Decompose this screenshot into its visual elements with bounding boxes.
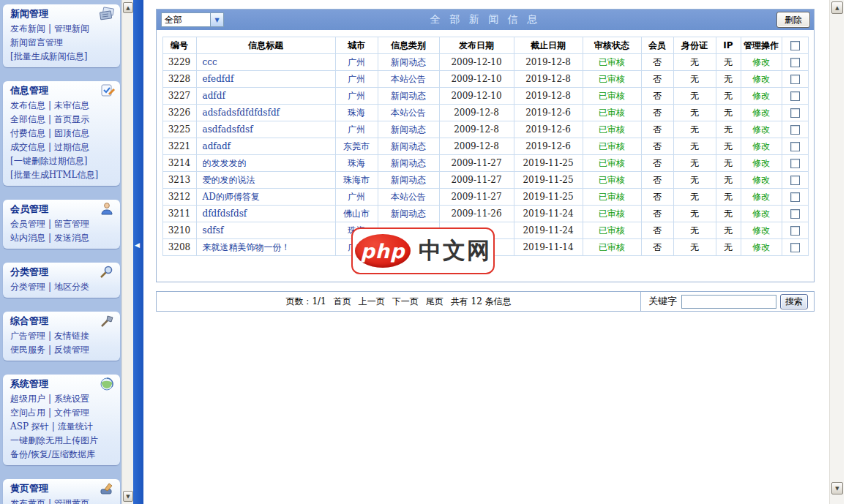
sidebar-link[interactable]: 发布信息 [10, 100, 45, 110]
scroll-up-icon[interactable]: ▲ [831, 1, 843, 14]
pager-link[interactable]: 首页 [334, 296, 351, 308]
row-checkbox[interactable] [790, 226, 800, 236]
sidebar-link[interactable]: 空间占用 [10, 407, 45, 418]
scroll-up-icon[interactable]: ▲ [123, 2, 133, 13]
modify-link[interactable]: 修改 [752, 74, 770, 84]
collapse-left-icon[interactable]: ◀ [135, 241, 140, 249]
sidebar-link[interactable]: 首页显示 [54, 114, 89, 124]
sidebar-link[interactable]: 站内消息 [10, 233, 45, 243]
pager-link[interactable]: 上一页 [359, 296, 385, 308]
cell-action: 修改 [741, 155, 782, 172]
sidebar-link[interactable]: 成交信息 [10, 142, 45, 152]
modify-link[interactable]: 修改 [752, 141, 770, 151]
sidebar-link[interactable]: 广告管理 [10, 331, 45, 341]
cell-title: 的发发发的 [196, 155, 335, 172]
row-checkbox[interactable] [790, 243, 800, 252]
sidebar-link[interactable]: 流量统计 [58, 421, 93, 432]
chevron-down-icon[interactable]: ▼ [211, 12, 224, 27]
sidebar-link[interactable]: 备份/恢复/压缩数据库 [10, 449, 95, 459]
cell-title: adfdf [196, 88, 335, 105]
sidebar-link[interactable]: 留言管理 [54, 219, 89, 229]
search-button[interactable]: 搜索 [780, 294, 808, 309]
sidebar-link[interactable]: 地区分类 [54, 282, 89, 292]
sidebar-collapse-bar[interactable]: ◀ [133, 0, 143, 504]
row-checkbox[interactable] [790, 192, 800, 202]
news-title-link[interactable]: 来就送精美饰物一份！ [203, 242, 291, 252]
cell-id_card: 无 [673, 121, 716, 138]
news-title-link[interactable]: adfdf [203, 91, 225, 101]
keyword-input[interactable] [681, 295, 776, 309]
sidebar-link[interactable]: 过期信息 [54, 142, 89, 152]
modify-link[interactable]: 修改 [752, 57, 770, 67]
scroll-down-icon[interactable]: ▼ [123, 491, 133, 502]
sidebar-link[interactable]: 文件管理 [54, 407, 89, 418]
news-title-link[interactable]: adfadf [203, 141, 231, 151]
category-select[interactable]: 全部 ▼ [161, 12, 224, 27]
sidebar-link[interactable]: 系统设置 [54, 394, 89, 404]
delete-button[interactable]: 删除 [776, 12, 810, 28]
sidebar-link[interactable]: 反馈管理 [54, 345, 89, 355]
sidebar-link[interactable]: 付费信息 [10, 128, 45, 138]
main-scrollbar[interactable]: ▲ ▼ [829, 0, 844, 504]
sidebar-item-row: [批量生成HTML信息] [3, 168, 120, 182]
sidebar-link[interactable]: 未审信息 [54, 100, 89, 110]
sidebar-link[interactable]: 全部信息 [10, 114, 45, 124]
row-checkbox[interactable] [790, 108, 800, 118]
row-checkbox[interactable] [790, 75, 800, 84]
row-checkbox[interactable] [790, 125, 800, 135]
select-all-checkbox[interactable] [790, 41, 800, 50]
sidebar-link[interactable]: 便民服务 [10, 345, 45, 355]
category-select-value[interactable]: 全部 [161, 12, 211, 27]
sidebar-link[interactable]: 超级用户 [10, 394, 45, 404]
sidebar-link[interactable]: 管理新闻 [54, 23, 89, 34]
row-checkbox[interactable] [790, 176, 800, 185]
sidebar-link[interactable]: [一键删除过期信息] [10, 156, 87, 166]
row-checkbox[interactable] [790, 142, 800, 151]
modify-link[interactable]: 修改 [752, 124, 770, 135]
sidebar-link[interactable]: 一键删除无用上传图片 [10, 435, 98, 445]
sidebar-link[interactable]: 分类管理 [10, 282, 45, 292]
sidebar-link[interactable]: ASP 探针 [10, 421, 49, 432]
modify-link[interactable]: 修改 [752, 108, 770, 118]
news-title-link[interactable]: adsfadsfdfdfdsfdf [203, 108, 280, 118]
sidebar-link[interactable]: 管理黄页 [54, 498, 89, 504]
cell-id: 3228 [162, 71, 196, 88]
news-title-link[interactable]: dfdfdsfdsf [203, 208, 247, 219]
news-title-link[interactable]: 的发发发的 [203, 158, 247, 168]
column-header: 会员 [641, 37, 673, 54]
sidebar-link[interactable]: 友情链接 [54, 331, 89, 341]
sidebar-link[interactable]: 发布黄页 [10, 498, 45, 504]
modify-link[interactable]: 修改 [752, 242, 770, 252]
modify-link[interactable]: 修改 [752, 192, 770, 202]
row-checkbox[interactable] [790, 58, 800, 67]
pager-link[interactable]: 尾页 [426, 296, 443, 308]
row-checkbox[interactable] [790, 91, 800, 101]
cell-title: AD的师傅答复 [196, 189, 335, 206]
sidebar-link[interactable]: 发布新闻 [10, 23, 45, 34]
scroll-down-icon[interactable]: ▼ [831, 482, 843, 494]
sidebar-panel-title: 分类管理 [10, 266, 48, 279]
pager-link[interactable]: 下一页 [392, 296, 419, 308]
news-title-link[interactable]: efedfdf [203, 74, 234, 84]
sidebar-link[interactable]: [批量生成HTML信息] [10, 170, 98, 180]
news-title-link[interactable]: ccc [203, 57, 217, 67]
news-title-link[interactable]: asdfadsfdsf [203, 124, 253, 135]
row-checkbox[interactable] [790, 159, 800, 168]
column-header: 信息类别 [378, 37, 439, 54]
modify-link[interactable]: 修改 [752, 225, 770, 236]
cell-status: 已审核 [583, 121, 641, 138]
row-checkbox[interactable] [790, 209, 800, 219]
news-title-link[interactable]: 爱的发的说法 [203, 175, 255, 185]
sidebar-link[interactable]: [批量生成新闻信息] [10, 51, 87, 61]
news-title-link[interactable]: sdfsf [203, 225, 224, 236]
sidebar-link[interactable]: 固顶信息 [54, 128, 89, 138]
modify-link[interactable]: 修改 [752, 158, 770, 168]
sidebar-scrollbar[interactable]: ▲ ▼ [121, 0, 133, 504]
modify-link[interactable]: 修改 [752, 91, 770, 101]
sidebar-link[interactable]: 新闻留言管理 [10, 37, 63, 48]
sidebar-link[interactable]: 发送消息 [54, 233, 89, 243]
sidebar-link[interactable]: 会员管理 [10, 219, 45, 229]
news-title-link[interactable]: AD的师傅答复 [203, 192, 260, 202]
modify-link[interactable]: 修改 [752, 208, 770, 219]
modify-link[interactable]: 修改 [752, 175, 770, 185]
